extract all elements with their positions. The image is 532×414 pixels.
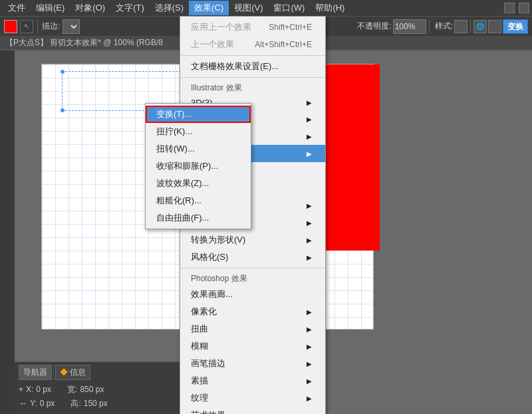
menu-item-sketch[interactable]: 素描 ▶ bbox=[180, 372, 325, 389]
globe-icon[interactable]: 🌐 bbox=[473, 20, 487, 33]
menu-item-distort-ps[interactable]: 扭曲 ▶ bbox=[180, 320, 325, 338]
menubar: 文件 编辑(E) 对象(O) 文字(T) 选择(S) 效果(C) 视图(V) 窗… bbox=[0, 0, 532, 16]
arrow-right-icon-path: ▶ bbox=[307, 202, 312, 209]
arrow-right-icon-svg: ▶ bbox=[307, 116, 312, 123]
menu-item-blur[interactable]: 模糊 ▶ bbox=[180, 338, 325, 355]
menu-sep-2 bbox=[180, 77, 325, 78]
menubar-item-select[interactable]: 选择(S) bbox=[150, 1, 189, 15]
arrow-right-icon-sketch: ▶ bbox=[307, 377, 312, 385]
arrow-right-icon-stylize: ▶ bbox=[307, 254, 312, 261]
menu-item-doc-raster-settings[interactable]: 文档栅格效果设置(E)... bbox=[180, 58, 325, 75]
arrow-right-icon-shape: ▶ bbox=[307, 237, 312, 244]
menu-item-apply-last-effect[interactable]: 应用上一个效果 Shift+Ctrl+E bbox=[180, 19, 325, 36]
panel-info: + X: 0 px 宽: 850 px ↔ Y: 0 px 高: 150 px bbox=[19, 383, 183, 411]
menu-item-convert-shape[interactable]: 转换为形状(V) ▶ bbox=[180, 231, 325, 249]
navigator-panel: 导航器 ◆ 信息 + X: 0 px 宽: 850 px ↔ Y: 0 px 高… bbox=[15, 362, 188, 414]
arrow-right-icon-pixelate: ▶ bbox=[307, 308, 312, 316]
menu-sep-3 bbox=[180, 268, 325, 268]
arrow-right-icon-texture: ▶ bbox=[307, 395, 312, 402]
left-tool-panel bbox=[0, 51, 15, 414]
width-value: 850 px bbox=[80, 383, 104, 397]
align-icon[interactable] bbox=[488, 20, 501, 33]
info-tab[interactable]: ◆ 信息 bbox=[55, 365, 90, 380]
submenu-item-pucker[interactable]: 扭拧(K)... bbox=[146, 123, 251, 140]
menu-item-brush-stroke[interactable]: 画笔描边 ▶ bbox=[180, 355, 325, 372]
submenu-item-twist[interactable]: 扭转(W)... bbox=[146, 140, 251, 157]
arrow-right-icon-3d: ▶ bbox=[307, 99, 312, 106]
arrange-icon[interactable] bbox=[519, 3, 529, 13]
arrow-icon: ↔ bbox=[19, 397, 27, 411]
style-label: 样式: bbox=[435, 21, 453, 32]
menu-item-art-effects[interactable]: 艺术效果 ▶ bbox=[180, 407, 325, 414]
arrow-right-icon-art: ▶ bbox=[307, 412, 312, 415]
submenu-item-pucker-bloat[interactable]: 收缩和膨胀(P)... bbox=[146, 157, 251, 175]
height-label: 高: bbox=[70, 397, 80, 411]
transform-button[interactable]: 变换 bbox=[503, 19, 528, 34]
submenu-item-free-distort[interactable]: 自由扭曲(F)... bbox=[146, 209, 251, 227]
submenu-item-roughen-2[interactable]: 粗糙化(R)... bbox=[146, 192, 251, 209]
menubar-item-view[interactable]: 视图(V) bbox=[229, 1, 268, 15]
menubar-item-file[interactable]: 文件 bbox=[3, 1, 31, 15]
width-label: 宽: bbox=[67, 383, 77, 397]
menubar-item-help[interactable]: 帮助(H) bbox=[310, 1, 350, 15]
arrow-right-icon-brush: ▶ bbox=[307, 360, 312, 367]
y-row: ↔ Y: 0 px 高: 150 px bbox=[19, 397, 183, 411]
x-value: 0 px bbox=[36, 383, 51, 397]
handle-tl[interactable] bbox=[61, 70, 65, 74]
style-swatch[interactable] bbox=[454, 20, 467, 33]
stroke-select[interactable] bbox=[63, 19, 80, 34]
panel-tabs: 导航器 ◆ 信息 bbox=[19, 365, 183, 380]
arrow-right-icon-warp: ▶ bbox=[307, 133, 312, 140]
toolbar-separator-1 bbox=[37, 20, 38, 33]
stroke-label: 描边: bbox=[42, 21, 60, 32]
menubar-item-object[interactable]: 对象(O) bbox=[70, 1, 110, 15]
arrow-right-icon-distort-ps: ▶ bbox=[307, 326, 312, 333]
submenu-item-transform[interactable]: 变换(T)... bbox=[146, 106, 251, 123]
navigator-tab[interactable]: 导航器 bbox=[19, 365, 52, 380]
submenu-item-roughen[interactable]: 波纹效果(Z)... bbox=[146, 175, 251, 192]
menubar-item-window[interactable]: 窗口(W) bbox=[268, 1, 310, 15]
menu-item-pixelate[interactable]: 像素化 ▶ bbox=[180, 303, 325, 320]
handle-bl[interactable] bbox=[61, 108, 65, 112]
photoshop-effects-label: Photoshop 效果 bbox=[180, 270, 325, 286]
opacity-input[interactable] bbox=[393, 19, 426, 34]
toolbar-separator-2 bbox=[429, 20, 430, 33]
menu-item-texture[interactable]: 纹理 ▶ bbox=[180, 389, 325, 407]
menubar-item-edit[interactable]: 编辑(E) bbox=[31, 1, 70, 15]
height-value: 150 px bbox=[84, 397, 108, 411]
menu-sep-1 bbox=[180, 55, 325, 56]
menu-item-effect-gallery[interactable]: 效果画廊... bbox=[180, 286, 325, 303]
doc-tab-title: 【P大点S】 剪切文本效果* @ 100% (RGB/8 bbox=[5, 37, 163, 49]
illustrator-effects-label: Illustrator 效果 bbox=[180, 80, 325, 95]
toolbar-separator-3 bbox=[470, 20, 471, 33]
y-value: 0 px bbox=[40, 397, 55, 411]
y-label: Y: bbox=[30, 397, 37, 411]
menu-item-last-effect[interactable]: 上一个效果 Alt+Shift+Ctrl+E bbox=[180, 36, 325, 53]
fill-color-swatch[interactable] bbox=[4, 20, 17, 33]
tab-separator bbox=[53, 365, 54, 380]
arrow-right-icon-pathfinder: ▶ bbox=[307, 219, 312, 227]
x-label: X: bbox=[26, 383, 33, 397]
opacity-label: 不透明度: bbox=[357, 21, 391, 32]
menubar-item-effect[interactable]: 效果(C) bbox=[189, 1, 229, 15]
menu-item-stylize-illustrator[interactable]: 风格化(S) ▶ bbox=[180, 249, 325, 266]
plus-icon: + bbox=[19, 383, 23, 397]
distort-transform-submenu: 变换(T)... 扭拧(K)... 扭转(W)... 收缩和膨胀(P)... 波… bbox=[145, 103, 251, 229]
x-row: + X: 0 px 宽: 850 px bbox=[19, 383, 183, 397]
arrow-right-icon-distort: ▶ bbox=[307, 150, 312, 157]
menubar-item-text[interactable]: 文字(T) bbox=[110, 1, 150, 15]
arrow-right-icon-blur: ▶ bbox=[307, 343, 312, 350]
select-tool-icon[interactable]: ↖ bbox=[20, 20, 33, 33]
panel-icon[interactable] bbox=[504, 3, 515, 13]
